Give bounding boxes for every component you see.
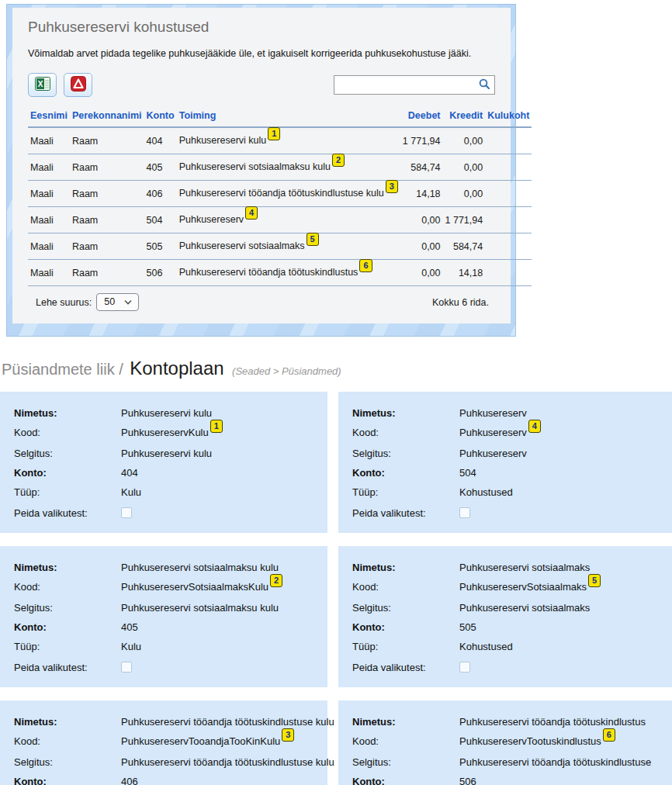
- field-value-konto: 405: [121, 621, 138, 633]
- field-value-konto: 504: [459, 467, 476, 479]
- field-value-tyyp: Kohustused: [459, 486, 513, 498]
- cell-toiming: Puhkusereservi sotsiaalmaksu kulu2: [177, 154, 400, 181]
- section-heading: Püsiandmete liik / Kontoplaan (Seaded > …: [2, 358, 672, 379]
- hide-from-choices-checkbox[interactable]: [121, 507, 132, 518]
- field-label-nimetus: Nimetus:: [14, 716, 121, 728]
- field-label-selgitus: Selgitus:: [352, 756, 459, 768]
- toolbar: X: [28, 73, 495, 97]
- total-rows-label: Kokku 6 rida.: [432, 297, 492, 308]
- cell-toiming: Puhkusereservi sotsiaalmaks5: [177, 233, 400, 260]
- col-header-kreedit[interactable]: Kreedit: [443, 106, 486, 127]
- field-label-tyyp: Tüüp:: [14, 486, 121, 498]
- page-size-select[interactable]: 50: [96, 293, 139, 311]
- cell-eesnimi: Maali: [28, 154, 70, 181]
- hide-from-choices-checkbox[interactable]: [459, 662, 470, 673]
- annotation-badge: 4: [245, 206, 258, 220]
- account-card-404: Nimetus:Puhkusereservi kulu Kood:Puhkuse…: [0, 392, 327, 533]
- col-header-eesnimi[interactable]: Eesnimi: [28, 106, 70, 127]
- cell-kreedit: 0,00: [443, 154, 486, 181]
- cell-kulukoht: [485, 154, 532, 181]
- field-label-konto: Konto:: [352, 621, 459, 633]
- field-value-selgitus: Puhkusereservi tööandja töötuskindlustus…: [459, 756, 651, 768]
- field-value-konto: 406: [121, 776, 138, 785]
- col-header-deebet[interactable]: Deebet: [400, 106, 443, 127]
- field-label-konto: Konto:: [352, 467, 459, 479]
- table-row: Maali Raam 505 Puhkusereservi sotsiaalma…: [28, 233, 532, 260]
- field-label-tyyp: Tüüp:: [352, 641, 459, 652]
- table-row: Maali Raam 404 Puhkusereservi kulu1 1 77…: [28, 127, 532, 154]
- annotation-badge: 6: [603, 728, 615, 742]
- hide-from-choices-checkbox[interactable]: [459, 507, 470, 518]
- cell-kulukoht: [485, 181, 532, 207]
- cell-eesnimi: Maali: [28, 181, 70, 207]
- annotation-badge: 6: [359, 259, 372, 272]
- annotation-badge: 2: [270, 574, 282, 587]
- field-value-selgitus: Puhkusereservi tööandja töötuskindlustus…: [121, 756, 334, 768]
- page-size-value: 50: [104, 296, 115, 307]
- annotation-badge: 4: [528, 420, 541, 433]
- annotation-badge: 1: [268, 127, 280, 140]
- field-label-nimetus: Nimetus:: [352, 407, 459, 419]
- cell-kreedit: 0,00: [443, 181, 486, 207]
- field-label-nimetus: Nimetus:: [14, 562, 121, 573]
- field-label-konto: Konto:: [14, 467, 121, 479]
- cell-perekonnanimi: Raam: [70, 154, 144, 181]
- table-row: Maali Raam 506 Puhkusereservi tööandja t…: [28, 260, 532, 286]
- cell-eesnimi: Maali: [28, 260, 70, 286]
- field-value-konto: 404: [121, 467, 138, 479]
- field-value-selgitus: Puhkusereserv: [459, 448, 527, 459]
- cell-eesnimi: Maali: [28, 127, 70, 154]
- field-label-peida-valikutest: Peida valikutest:: [14, 662, 121, 673]
- col-header-konto[interactable]: Konto: [144, 106, 177, 127]
- field-value-nimetus: Puhkusereservi tööandja töötuskindlustus: [459, 716, 646, 728]
- cell-deebet: 1 771,94: [400, 127, 443, 154]
- cell-deebet: 0,00: [400, 233, 443, 260]
- field-value-nimetus: Puhkusereservi sotsiaalmaks: [459, 562, 590, 573]
- field-value-nimetus: Puhkusereservi sotsiaalmaksu kulu: [121, 562, 279, 573]
- export-pdf-button[interactable]: [64, 73, 92, 97]
- field-value-kood: PuhkusereservSotsiaalmaks5: [459, 581, 601, 594]
- annotation-badge: 3: [282, 728, 294, 742]
- annotation-badge: 5: [307, 233, 319, 246]
- table-header-row: Eesnimi Perekonnanimi Konto Toiming Deeb…: [28, 106, 532, 127]
- account-card-406: Nimetus:Puhkusereservi tööandja töötuski…: [0, 700, 327, 785]
- account-card-505: Nimetus:Puhkusereservi sotsiaalmaks Kood…: [338, 546, 672, 687]
- field-value-kood: PuhkusereservTootuskindlustus6: [459, 735, 615, 749]
- annotation-badge: 3: [386, 180, 398, 193]
- cell-kreedit: 14,18: [443, 260, 486, 286]
- field-label-nimetus: Nimetus:: [14, 407, 121, 419]
- cell-perekonnanimi: Raam: [70, 207, 144, 233]
- cell-kreedit: 1 771,94: [443, 207, 486, 233]
- cell-deebet: 0,00: [400, 207, 443, 233]
- field-label-konto: Konto:: [352, 776, 459, 785]
- col-header-toiming[interactable]: Toiming: [177, 106, 400, 127]
- field-value-kood: PuhkusereservKulu1: [121, 427, 223, 440]
- field-label-nimetus: Nimetus:: [352, 716, 459, 728]
- field-value-tyyp: Kohustused: [459, 641, 513, 652]
- cell-perekonnanimi: Raam: [70, 233, 144, 260]
- field-label-selgitus: Selgitus:: [352, 448, 459, 459]
- annotation-badge: 5: [588, 574, 601, 587]
- heading-breadcrumb: (Seaded > Püsiandmed): [232, 365, 341, 377]
- cell-eesnimi: Maali: [28, 233, 70, 260]
- cell-deebet: 0,00: [400, 260, 443, 286]
- field-label-konto: Konto:: [14, 621, 121, 633]
- export-excel-button[interactable]: X: [28, 73, 57, 97]
- cell-konto: 504: [144, 207, 177, 233]
- account-card-504: Nimetus:Puhkusereserv Kood:Puhkusereserv…: [338, 392, 672, 533]
- cell-kreedit: 0,00: [443, 127, 486, 154]
- field-label-tyyp: Tüüp:: [14, 641, 121, 652]
- field-value-kood: PuhkusereservTooandjaTooKinKulu3: [121, 735, 294, 749]
- panel-content: Puhkusereservi kohustused Võimaldab arve…: [12, 8, 511, 323]
- cell-konto: 406: [144, 181, 177, 207]
- magnifier-icon[interactable]: [478, 78, 490, 93]
- field-label-selgitus: Selgitus:: [14, 756, 121, 768]
- field-label-kood: Kood:: [352, 735, 459, 747]
- search-input[interactable]: [339, 79, 478, 92]
- hide-from-choices-checkbox[interactable]: [121, 662, 132, 673]
- col-header-kulukoht[interactable]: Kulukoht: [485, 106, 532, 127]
- field-label-kood: Kood:: [14, 735, 121, 747]
- col-header-perekonnanimi[interactable]: Perekonnanimi: [70, 106, 144, 127]
- field-value-selgitus: Puhkusereservi kulu: [121, 448, 212, 459]
- toiming-text: Puhkusereserv: [179, 214, 244, 225]
